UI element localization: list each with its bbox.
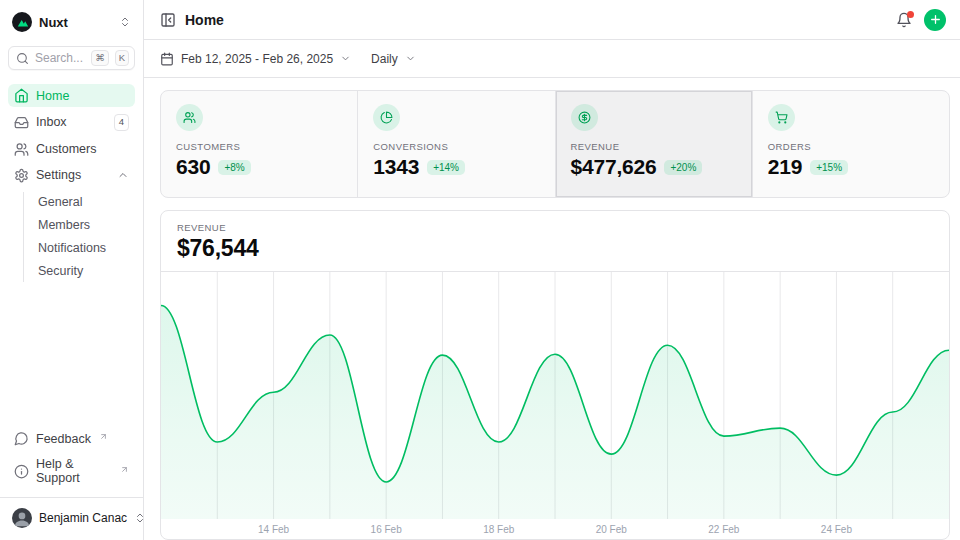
stat-card-revenue[interactable]: REVENUE $477,626 +20% (556, 91, 753, 197)
sidebar-item-label: Customers (36, 142, 96, 156)
shopping-cart-icon (768, 104, 795, 131)
user-menu[interactable]: Benjamin Canac (8, 498, 135, 530)
x-tick-label: 24 Feb (821, 524, 852, 535)
chevron-up-icon (117, 169, 129, 181)
nuxt-logo-icon (12, 12, 32, 32)
granularity-select[interactable]: Daily (371, 52, 416, 66)
calendar-icon (160, 52, 174, 66)
home-icon (14, 88, 29, 103)
dollar-circle-icon (571, 104, 598, 131)
sidebar-item-label: Inbox (36, 115, 67, 129)
stat-value: 630 (176, 155, 210, 179)
stat-label: CONVERSIONS (373, 141, 539, 152)
sidebar-item-feedback[interactable]: Feedback (8, 427, 135, 450)
inbox-count-badge: 4 (114, 114, 129, 130)
page-title: Home (185, 12, 224, 28)
search-icon (16, 52, 29, 65)
message-circle-icon (14, 431, 29, 446)
sidebar-item-label: Home (36, 89, 69, 103)
filters-toolbar: Feb 12, 2025 - Feb 26, 2025 Daily (144, 40, 960, 78)
chevron-down-icon (405, 53, 416, 64)
sidebar-spacer (8, 282, 135, 427)
stat-value: $477,626 (571, 155, 657, 179)
gear-icon (14, 168, 29, 183)
revenue-chart-card: REVENUE $76,544 14 Feb16 Feb18 Feb20 Feb… (160, 210, 950, 540)
stat-card-conversions[interactable]: CONVERSIONS 1343 +14% (358, 91, 555, 197)
workspace-switcher[interactable]: Nuxt (8, 10, 135, 34)
sidebar-item-general[interactable]: General (34, 192, 135, 213)
sidebar-item-label: Feedback (36, 432, 91, 446)
sidebar-item-label: Security (38, 264, 83, 278)
topbar: Home (144, 0, 960, 40)
users-icon (176, 104, 203, 131)
external-link-icon (120, 465, 129, 474)
stat-delta-badge: +15% (810, 160, 848, 175)
pie-chart-icon (373, 104, 400, 131)
sidebar-item-security[interactable]: Security (34, 261, 135, 282)
users-icon (14, 142, 29, 157)
sidebar-footer-nav: Feedback Help & Support (8, 427, 135, 489)
date-range-value: Feb 12, 2025 - Feb 26, 2025 (181, 52, 333, 66)
settings-subnav: General Members Notifications Security (23, 192, 135, 282)
chevrons-up-down-icon (119, 16, 131, 28)
sidebar-item-label: Help & Support (36, 457, 112, 485)
chart-metric-value: $76,544 (177, 235, 933, 262)
stat-delta-badge: +8% (218, 160, 250, 175)
main-area: Home Feb 12, 2025 - Feb 26, 2025 Daily (144, 0, 960, 540)
x-tick-label: 16 Feb (371, 524, 402, 535)
kbd-meta: ⌘ (91, 50, 109, 66)
kbd-k: K (115, 50, 129, 66)
sidebar-item-members[interactable]: Members (34, 215, 135, 236)
x-tick-label: 14 Feb (258, 524, 289, 535)
search-placeholder: Search... (35, 51, 85, 65)
sidebar-item-notifications[interactable]: Notifications (34, 238, 135, 259)
stat-delta-badge: +20% (664, 160, 702, 175)
add-button[interactable] (924, 9, 946, 31)
sidebar-item-home[interactable]: Home (8, 84, 135, 107)
sidebar-nav: Home Inbox 4 Customers Settings (8, 84, 135, 281)
sidebar-item-label: General (38, 195, 82, 209)
inbox-icon (14, 115, 29, 130)
sidebar-item-label: Notifications (38, 241, 106, 255)
x-axis-labels: 14 Feb16 Feb18 Feb20 Feb22 Feb24 Feb (161, 519, 949, 540)
external-link-icon (99, 432, 108, 441)
chart-header: REVENUE $76,544 (161, 211, 949, 272)
chart-canvas (161, 272, 949, 519)
sidebar-item-label: Members (38, 218, 90, 232)
notification-dot (907, 11, 914, 18)
chart-metric-label: REVENUE (177, 222, 933, 233)
x-tick-label: 18 Feb (483, 524, 514, 535)
user-name: Benjamin Canac (39, 511, 127, 525)
content: CUSTOMERS 630 +8% CONVERSIONS 1343 +14% (144, 78, 960, 540)
stat-value: 219 (768, 155, 802, 179)
sidebar-item-label: Settings (36, 168, 81, 182)
stat-card-customers[interactable]: CUSTOMERS 630 +8% (161, 91, 358, 197)
x-tick-label: 20 Feb (596, 524, 627, 535)
stat-delta-badge: +14% (427, 160, 465, 175)
stat-value: 1343 (373, 155, 419, 179)
sidebar-item-settings[interactable]: Settings (8, 164, 135, 187)
stat-label: REVENUE (571, 141, 737, 152)
sidebar-item-help-support[interactable]: Help & Support (8, 453, 135, 489)
date-range-picker[interactable]: Feb 12, 2025 - Feb 26, 2025 (160, 52, 351, 66)
search-input[interactable]: Search... ⌘ K (8, 46, 135, 70)
stat-card-orders[interactable]: ORDERS 219 +15% (753, 91, 949, 197)
stat-label: ORDERS (768, 141, 934, 152)
info-circle-icon (14, 464, 29, 479)
revenue-area-chart[interactable]: 14 Feb16 Feb18 Feb20 Feb22 Feb24 Feb (161, 272, 949, 539)
collapse-sidebar-icon[interactable] (160, 12, 176, 28)
x-tick-label: 22 Feb (708, 524, 739, 535)
granularity-value: Daily (371, 52, 398, 66)
sidebar-item-customers[interactable]: Customers (8, 138, 135, 161)
chevron-down-icon (340, 53, 351, 64)
notifications-button[interactable] (896, 12, 912, 28)
stats-row: CUSTOMERS 630 +8% CONVERSIONS 1343 +14% (160, 90, 950, 198)
stat-label: CUSTOMERS (176, 141, 342, 152)
avatar (12, 508, 32, 528)
workspace-name: Nuxt (39, 15, 112, 30)
sidebar: Nuxt Search... ⌘ K Home Inbox 4 (0, 0, 144, 540)
sidebar-item-inbox[interactable]: Inbox 4 (8, 110, 135, 134)
